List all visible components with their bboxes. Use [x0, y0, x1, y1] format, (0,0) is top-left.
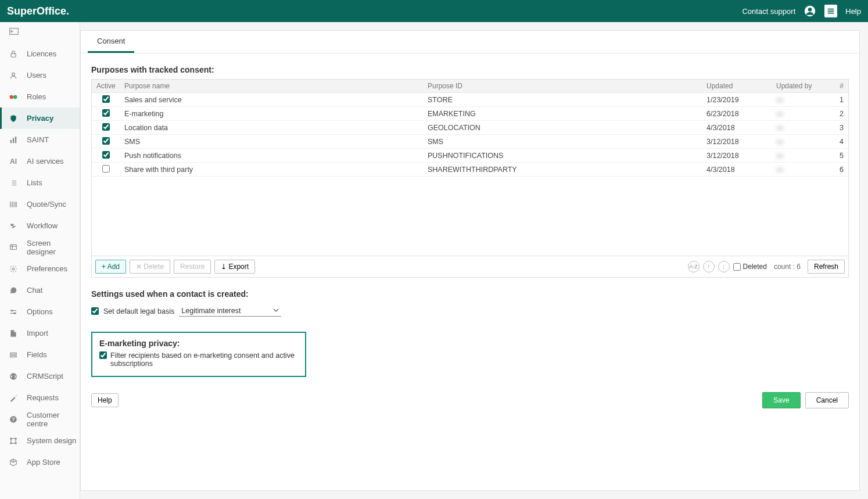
- sidebar-item-preferences[interactable]: Preferences: [0, 258, 80, 279]
- purposes-grid: Active Purpose name Purpose ID Updated U…: [91, 79, 849, 278]
- sidebar-item-label: Screen designer: [27, 239, 80, 256]
- row-index: 1: [830, 94, 848, 106]
- restore-button[interactable]: Restore: [174, 260, 211, 274]
- gear-icon: [8, 264, 19, 274]
- row-active-checkbox[interactable]: [102, 165, 110, 173]
- sidebar-item-crmscript[interactable]: CRMScript: [0, 365, 80, 387]
- collapse-sidebar-icon[interactable]: [0, 28, 80, 40]
- contact-support-link[interactable]: Contact support: [742, 7, 795, 16]
- table-row[interactable]: Share with third partySHAREWITHTHIRDPART…: [92, 163, 848, 177]
- sidebar-item-ai-services[interactable]: AIAI services: [0, 150, 80, 172]
- table-row[interactable]: SMSSMS3/12/2018xx4: [92, 135, 848, 149]
- sidebar-item-saint[interactable]: SAINT: [0, 129, 80, 150]
- emarketing-title: E-marketing privacy:: [99, 339, 298, 348]
- list-icon: [8, 178, 19, 188]
- export-button[interactable]: ⤓ Export: [214, 260, 255, 274]
- row-active-checkbox[interactable]: [102, 151, 110, 159]
- svg-rect-21: [10, 356, 17, 357]
- tab-consent[interactable]: Consent: [88, 31, 134, 53]
- refresh-button[interactable]: Refresh: [808, 260, 845, 274]
- chevron-down-icon: [273, 307, 279, 315]
- sort-az-icon[interactable]: A-Z: [688, 261, 700, 272]
- col-hash[interactable]: #: [830, 80, 848, 92]
- sidebar-item-licences[interactable]: Licences: [0, 43, 80, 64]
- sidebar-item-label: Licences: [27, 49, 56, 58]
- user-icon[interactable]: [804, 5, 816, 17]
- col-name[interactable]: Purpose name: [120, 80, 423, 92]
- sidebar-item-system-design[interactable]: System design: [0, 430, 80, 451]
- row-name: E-marketing: [120, 107, 423, 120]
- svg-rect-14: [15, 202, 15, 207]
- svg-point-18: [12, 310, 13, 311]
- deleted-toggle[interactable]: Deleted: [733, 263, 767, 271]
- sidebar-item-customer-centre[interactable]: ?Customer centre: [0, 408, 80, 430]
- col-active[interactable]: Active: [92, 80, 120, 92]
- footer-bar: Help Save Cancel: [91, 392, 849, 408]
- sidebar-item-users[interactable]: Users: [0, 64, 80, 86]
- row-updatedby: xx: [772, 135, 830, 148]
- sidebar-item-import[interactable]: Import: [0, 322, 80, 344]
- sidebar-item-chat[interactable]: Chat: [0, 279, 80, 301]
- svg-point-19: [14, 313, 15, 314]
- menu-icon[interactable]: [824, 5, 837, 17]
- help-button[interactable]: Help: [91, 393, 119, 407]
- help-link[interactable]: Help: [845, 7, 861, 16]
- row-updatedby: xx: [772, 107, 830, 120]
- table-row[interactable]: E-marketingEMARKETING6/23/2018xx2: [92, 107, 848, 121]
- sidebar-item-lists[interactable]: Lists: [0, 172, 80, 193]
- add-button[interactable]: + Add: [95, 260, 126, 274]
- sidebar-item-label: Quote/Sync: [27, 200, 66, 209]
- sidebar: LicencesUsersRolesPrivacySAINTAIAI servi…: [0, 22, 80, 499]
- default-legal-basis-checkbox[interactable]: [91, 307, 99, 315]
- sidebar-item-label: Preferences: [27, 264, 67, 273]
- move-up-icon[interactable]: ↑: [703, 261, 715, 272]
- svg-rect-7: [10, 140, 12, 143]
- cancel-button[interactable]: Cancel: [805, 392, 849, 408]
- svg-point-5: [10, 95, 13, 98]
- sidebar-item-label: App Store: [27, 458, 60, 466]
- row-updated: 3/12/2018: [702, 135, 772, 148]
- table-row[interactable]: Location dataGEOLOCATION4/3/2018xx3: [92, 121, 848, 135]
- col-updatedby[interactable]: Updated by: [772, 80, 830, 92]
- sidebar-item-requests[interactable]: Requests: [0, 387, 80, 408]
- main-panel: Consent Purposes with tracked consent: A…: [80, 30, 860, 491]
- svg-point-1: [808, 8, 812, 12]
- svg-rect-9: [15, 137, 16, 143]
- brand-logo: SuperOffice.: [7, 5, 742, 17]
- row-active-checkbox[interactable]: [102, 123, 110, 131]
- move-down-icon[interactable]: ↓: [718, 261, 730, 272]
- row-index: 2: [830, 107, 848, 120]
- emarketing-privacy-box: E-marketing privacy: Filter recipients b…: [91, 332, 306, 377]
- row-active-checkbox[interactable]: [102, 137, 110, 145]
- sidebar-item-label: Options: [27, 307, 53, 316]
- sidebar-item-screen-designer[interactable]: Screen designer: [0, 236, 80, 258]
- legal-basis-select[interactable]: Legitimate interest: [179, 306, 281, 317]
- store-icon: [8, 457, 19, 468]
- filter-recipients-toggle[interactable]: Filter recipients based on e-marketing c…: [99, 351, 298, 368]
- lock-icon: [8, 49, 19, 59]
- col-updated[interactable]: Updated: [702, 80, 772, 92]
- legal-basis-value: Legitimate interest: [181, 307, 241, 315]
- sidebar-item-label: Workflow: [27, 221, 58, 230]
- sidebar-item-label: System design: [27, 436, 76, 445]
- col-id[interactable]: Purpose ID: [423, 80, 702, 92]
- svg-point-6: [13, 95, 17, 98]
- delete-button[interactable]: ✕ Delete: [130, 260, 170, 274]
- row-active-checkbox[interactable]: [102, 95, 110, 103]
- table-row[interactable]: Push notificationsPUSHNOTIFICATIONS3/12/…: [92, 149, 848, 163]
- save-button[interactable]: Save: [762, 392, 800, 408]
- sidebar-item-privacy[interactable]: Privacy: [0, 107, 80, 129]
- sidebar-item-fields[interactable]: Fields: [0, 344, 80, 365]
- filter-recipients-checkbox[interactable]: [99, 351, 107, 359]
- row-active-checkbox[interactable]: [102, 109, 110, 117]
- deleted-checkbox[interactable]: [733, 263, 741, 271]
- sidebar-item-label: AI services: [27, 157, 64, 166]
- row-index: 5: [830, 149, 848, 162]
- table-row[interactable]: Sales and serviceSTORE1/23/2019xx1: [92, 93, 848, 107]
- sidebar-item-options[interactable]: Options: [0, 301, 80, 322]
- sidebar-item-quote-sync[interactable]: Quote/Sync: [0, 193, 80, 215]
- sidebar-item-app-store[interactable]: App Store: [0, 451, 80, 473]
- row-updated: 6/23/2018: [702, 107, 772, 120]
- sidebar-item-workflow[interactable]: Workflow: [0, 215, 80, 236]
- sidebar-item-roles[interactable]: Roles: [0, 86, 80, 107]
